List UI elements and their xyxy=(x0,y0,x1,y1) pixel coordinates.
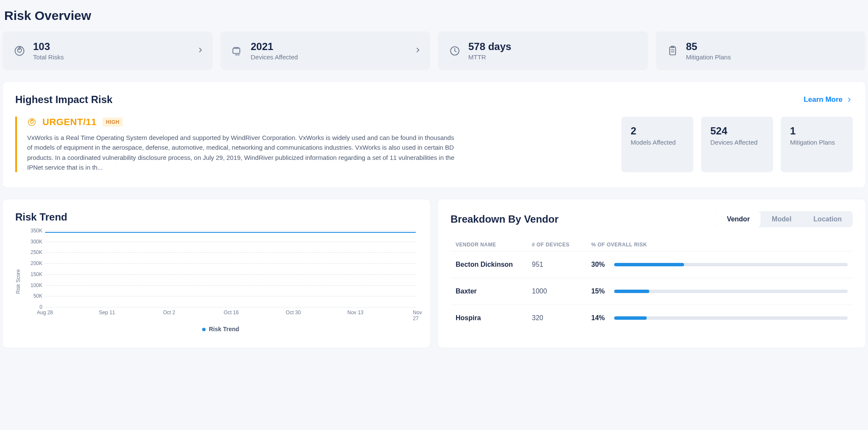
vendor-name: Becton Dickinson xyxy=(456,261,532,268)
breakdown-title: Breakdown By Vendor xyxy=(451,213,559,225)
fire-icon xyxy=(14,45,25,57)
chart-gridline: 300K xyxy=(45,242,416,242)
vendor-devices: 951 xyxy=(532,261,591,268)
chart-y-tick: 100K xyxy=(24,282,42,288)
metric-value: 1 xyxy=(790,125,843,137)
chart-gridline: 350K xyxy=(45,231,416,231)
highest-impact-panel: Highest Impact Risk Learn More URGENT/11… xyxy=(3,82,865,187)
stat-card-mttr: 578 days MTTR xyxy=(438,31,648,70)
chevron-right-icon xyxy=(846,96,853,103)
chart-gridline: 100K xyxy=(45,285,416,286)
stat-label: Mitigation Plans xyxy=(686,53,731,61)
stat-label: MTTR xyxy=(468,53,511,61)
metric-mitigation-plans: 1 Mitigation Plans xyxy=(781,117,853,172)
risk-description: VxWorks is a Real Time Operating System … xyxy=(27,133,455,172)
clock-icon xyxy=(449,45,461,57)
pct-bar xyxy=(614,263,684,266)
chevron-right-icon xyxy=(414,46,422,56)
breakdown-table-header: VENDOR NAME # OF DEVICES % OF OVERALL RI… xyxy=(451,238,853,251)
pct-bar-track xyxy=(614,290,848,293)
stat-label: Devices Affected xyxy=(251,53,298,61)
table-row[interactable]: Hospira32014% xyxy=(451,304,853,331)
chart-y-tick: 300K xyxy=(24,239,42,245)
table-row[interactable]: Baxter100015% xyxy=(451,278,853,304)
stat-value: 578 days xyxy=(468,41,511,53)
breakdown-tabs: VendorModelLocation xyxy=(716,211,853,227)
pct-bar xyxy=(614,316,647,320)
stat-value: 85 xyxy=(686,41,731,53)
breakdown-panel: Breakdown By Vendor VendorModelLocation … xyxy=(438,199,865,348)
vendor-pct: 15% xyxy=(591,288,609,295)
chart-x-tick: Oct 30 xyxy=(286,310,300,316)
severity-badge: HIGH xyxy=(103,117,123,127)
highest-impact-title: Highest Impact Risk xyxy=(15,94,112,106)
chevron-right-icon xyxy=(197,46,204,56)
vendor-pct: 30% xyxy=(591,261,609,268)
learn-more-link[interactable]: Learn More xyxy=(804,95,853,104)
page-title: Risk Overview xyxy=(4,8,865,23)
table-row[interactable]: Becton Dickinson95130% xyxy=(451,251,853,278)
chart-x-tick: Nov 27 xyxy=(413,310,422,321)
metric-value: 2 xyxy=(631,125,684,137)
chart-gridline: 50K xyxy=(45,296,416,296)
col-risk-pct: % OF OVERALL RISK xyxy=(591,242,848,248)
tab-model[interactable]: Model xyxy=(761,211,802,227)
chart-gridline: 250K xyxy=(45,252,416,253)
stat-row: 103 Total Risks 2021 Devices Affected 57… xyxy=(3,31,865,70)
stat-card-total-risks[interactable]: 103 Total Risks xyxy=(3,31,213,70)
metric-models-affected: 2 Models Affected xyxy=(621,117,693,172)
chart-y-tick: 250K xyxy=(24,249,42,255)
risk-trend-title: Risk Trend xyxy=(15,211,67,223)
chart-x-tick: Oct 2 xyxy=(163,310,175,316)
chart-x-tick: Oct 16 xyxy=(224,310,239,316)
chart-y-tick: 350K xyxy=(24,228,42,234)
metric-devices-affected: 524 Devices Affected xyxy=(701,117,773,172)
stat-value: 2021 xyxy=(251,41,298,53)
chart-x-tick: Nov 13 xyxy=(347,310,363,316)
metric-label: Mitigation Plans xyxy=(790,139,843,146)
col-devices: # OF DEVICES xyxy=(532,242,591,248)
chart-gridline: 150K xyxy=(45,274,416,275)
metric-value: 524 xyxy=(710,125,764,137)
learn-more-label: Learn More xyxy=(804,95,843,104)
vendor-name: Baxter xyxy=(456,288,532,295)
stat-label: Total Risks xyxy=(33,53,64,61)
vendor-pct: 14% xyxy=(591,314,609,322)
chart-x-tick: Aug 28 xyxy=(37,310,53,316)
chart-y-axis-label: Risk Score xyxy=(15,269,21,294)
tab-vendor[interactable]: Vendor xyxy=(716,211,761,227)
chart-y-tick: 200K xyxy=(24,260,42,266)
pct-bar-track xyxy=(614,316,848,320)
tab-location[interactable]: Location xyxy=(802,211,853,227)
devices-icon xyxy=(231,45,243,57)
highest-impact-metrics: 2 Models Affected 524 Devices Affected 1… xyxy=(621,117,853,172)
chart-gridline: 0 xyxy=(45,307,416,307)
metric-label: Devices Affected xyxy=(710,139,764,146)
chart-gridline: 200K xyxy=(45,263,416,264)
chart-x-axis: Aug 28Sep 11Oct 2Oct 16Oct 30Nov 13Nov 2… xyxy=(45,310,417,318)
chart-x-tick: Sep 11 xyxy=(99,310,115,316)
stat-card-devices-affected[interactable]: 2021 Devices Affected xyxy=(220,31,431,70)
risk-trend-chart: 350K300K250K200K150K100K50K0 xyxy=(24,231,417,307)
stat-value: 103 xyxy=(33,41,64,53)
highest-impact-summary: URGENT/11 HIGH VxWorks is a Real Time Op… xyxy=(15,117,610,172)
chart-legend: Risk Trend xyxy=(24,326,417,332)
metric-label: Models Affected xyxy=(631,139,684,146)
vendor-devices: 320 xyxy=(532,314,591,322)
chart-line xyxy=(45,232,416,233)
clipboard-icon xyxy=(667,45,679,57)
chart-y-tick: 150K xyxy=(24,271,42,277)
chart-y-tick: 0 xyxy=(24,304,42,310)
risk-name: URGENT/11 xyxy=(42,117,97,128)
col-vendor-name: VENDOR NAME xyxy=(456,242,532,248)
pct-bar-track xyxy=(614,263,848,266)
chart-y-tick: 50K xyxy=(24,293,42,299)
vendor-name: Hospira xyxy=(456,314,532,322)
stat-card-mitigation-plans: 85 Mitigation Plans xyxy=(656,31,866,70)
vendor-devices: 1000 xyxy=(532,288,591,295)
risk-trend-panel: Risk Trend Risk Score 350K300K250K200K15… xyxy=(3,199,430,348)
pct-bar xyxy=(614,290,649,293)
fire-icon xyxy=(27,117,36,127)
